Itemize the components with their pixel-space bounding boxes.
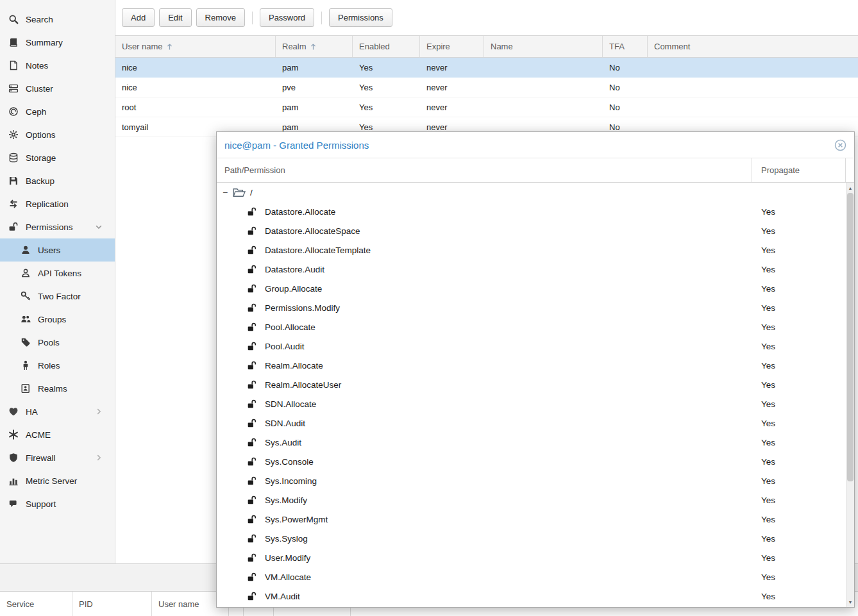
tree-row-sys-syslog[interactable]: Sys.SyslogYes [217,529,846,548]
sidebar-item-replication[interactable]: Replication [0,192,115,215]
cell-enabled: Yes [353,122,420,132]
cell-realm: pve [276,83,353,92]
tree-row-realm-allocate[interactable]: Realm.AllocateYes [217,356,846,375]
sidebar-item-cluster[interactable]: Cluster [0,77,115,100]
tree-row-datastore-allocate[interactable]: Datastore.AllocateYes [217,202,846,221]
column-tfa[interactable]: TFA [603,36,648,57]
column-expire[interactable]: Expire [420,36,484,57]
sidebar-item-search[interactable]: Search [0,8,115,31]
tree-row-sys-modify[interactable]: Sys.ModifyYes [217,490,846,510]
sidebar-item-metric-server[interactable]: Metric Server [0,469,115,492]
sidebar-item-realms[interactable]: Realms [0,377,115,400]
column-comment[interactable]: Comment [648,36,858,57]
tree-row-vm-audit[interactable]: VM.AuditYes [217,587,846,606]
sidebar-item-notes[interactable]: Notes [0,54,115,77]
pools-icon [20,337,31,348]
tree-row-sys-powermgmt[interactable]: Sys.PowerMgmtYes [217,510,846,529]
propagate-value: Yes [752,380,846,390]
column-enabled[interactable]: Enabled [353,36,420,57]
unlock-icon [247,284,257,294]
sidebar-item-groups[interactable]: Groups [0,308,115,331]
tree-row-root[interactable]: −/ [217,183,846,202]
sidebar-item-two-factor[interactable]: Two Factor [0,285,115,308]
close-icon[interactable] [834,139,846,151]
permission-name: Permissions.Modify [265,303,340,313]
tree-row-vm-allocate[interactable]: VM.AllocateYes [217,567,846,587]
column-name[interactable]: Name [484,36,603,57]
tree-row-permissions-modify[interactable]: Permissions.ModifyYes [217,298,846,317]
unlock-icon [247,226,257,236]
tree-row-sdn-allocate[interactable]: SDN.AllocateYes [217,394,846,413]
cell-realm: pam [276,103,353,112]
tree-row-realm-allocateuser[interactable]: Realm.AllocateUserYes [217,375,846,394]
password-button[interactable]: Password [260,8,314,27]
propagate-value: Yes [752,438,846,447]
cluster-icon [8,83,19,94]
tree-row-user-modify[interactable]: User.ModifyYes [217,548,846,567]
permission-name: Pool.Audit [265,342,305,351]
scroll-up-icon[interactable]: ▲ [846,183,854,192]
user-row-nice-pve[interactable]: nicepveYesneverNo [115,78,858,97]
edit-button[interactable]: Edit [159,8,191,27]
sidebar-item-storage[interactable]: Storage [0,146,115,169]
unlock-icon [247,342,257,351]
tree-row-pool-allocate[interactable]: Pool.AllocateYes [217,317,846,337]
tree-row-datastore-allocatetemplate[interactable]: Datastore.AllocateTemplateYes [217,240,846,260]
scroll-down-icon[interactable]: ▼ [846,597,854,606]
tree-row-sdn-audit[interactable]: SDN.AuditYes [217,413,846,433]
support-icon [8,499,19,510]
tree-row-datastore-audit[interactable]: Datastore.AuditYes [217,260,846,279]
dialog-body: −/Datastore.AllocateYesDatastore.Allocat… [217,183,854,607]
sidebar-item-firewall[interactable]: Firewall [0,446,115,469]
tree-row-sys-audit[interactable]: Sys.AuditYes [217,433,846,452]
sidebar-item-options[interactable]: Options [0,123,115,146]
column-label: User name [122,42,163,51]
column-path-permission[interactable]: Path/Permission [217,158,752,182]
sidebar-item-support[interactable]: Support [0,492,115,515]
propagate-value: Yes [752,534,846,544]
sidebar-item-permissions[interactable]: Permissions [0,215,115,238]
column-user-name[interactable]: User name [115,36,276,57]
sort-asc-icon [167,43,172,51]
unlock-icon [247,419,257,428]
tree-row-pool-audit[interactable]: Pool.AuditYes [217,337,846,356]
dialog-scrollbar[interactable]: ▲ ▼ [846,183,854,607]
tree-row-group-allocate[interactable]: Group.AllocateYes [217,279,846,298]
permissions-button[interactable]: Permissions [329,8,392,27]
propagate-value: Yes [752,207,846,217]
sidebar-item-backup[interactable]: Backup [0,169,115,192]
permission-name: Sys.Modify [265,495,307,505]
sidebar-item-ha[interactable]: HA [0,400,115,423]
sidebar-item-label: Metric Server [26,476,77,486]
log-column-pid[interactable]: PID [72,592,152,616]
sidebar-item-users[interactable]: Users [0,238,115,262]
permissions-tree-rows: −/Datastore.AllocateYesDatastore.Allocat… [217,183,846,607]
unlock-icon [247,515,257,524]
chevron-right-icon[interactable] [94,407,103,416]
sidebar-item-label: Pools [38,338,60,347]
tree-row-sys-incoming[interactable]: Sys.IncomingYes [217,471,846,490]
propagate-value: Yes [752,553,846,563]
add-button[interactable]: Add [122,8,155,27]
user-row-nice-pam[interactable]: nicepamYesneverNo [115,58,858,78]
chevron-down-icon[interactable] [94,222,103,231]
column-realm[interactable]: Realm [276,36,353,57]
column-propagate[interactable]: Propagate [752,158,846,182]
tree-row-sys-console[interactable]: Sys.ConsoleYes [217,452,846,471]
sidebar-item-acme[interactable]: ACME [0,423,115,446]
chevron-right-icon[interactable] [94,453,103,462]
sidebar-item-api-tokens[interactable]: API Tokens [0,262,115,285]
log-column-service[interactable]: Service [0,592,72,616]
remove-button[interactable]: Remove [196,8,245,27]
scroll-thumb[interactable] [847,193,854,481]
user-row-root-pam[interactable]: rootpamYesneverNo [115,97,858,117]
sidebar-item-ceph[interactable]: Ceph [0,100,115,123]
sidebar-item-roles[interactable]: Roles [0,354,115,377]
collapse-toggle[interactable]: − [222,188,228,197]
tree-row-datastore-allocatespace[interactable]: Datastore.AllocateSpaceYes [217,221,846,240]
unlock-icon [247,438,257,447]
sidebar-item-label: Replication [26,199,69,209]
sidebar-item-summary[interactable]: Summary [0,31,115,54]
sidebar-item-label: Cluster [26,84,53,94]
sidebar-item-pools[interactable]: Pools [0,331,115,354]
